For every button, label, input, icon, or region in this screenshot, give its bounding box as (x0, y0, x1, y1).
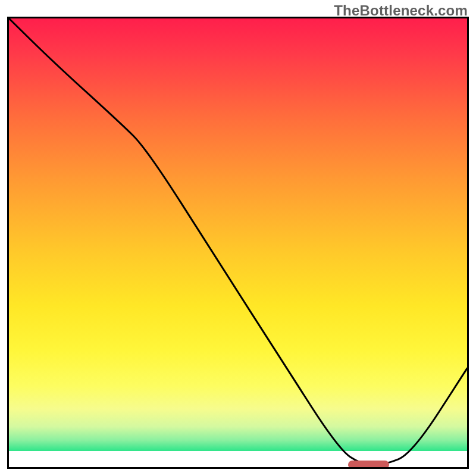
plot-area (7, 17, 469, 469)
bottleneck-curve (9, 18, 467, 465)
curve-svg (9, 18, 467, 467)
optimal-range-marker (348, 461, 389, 469)
chart-container: TheBottleneck.com (0, 0, 476, 476)
